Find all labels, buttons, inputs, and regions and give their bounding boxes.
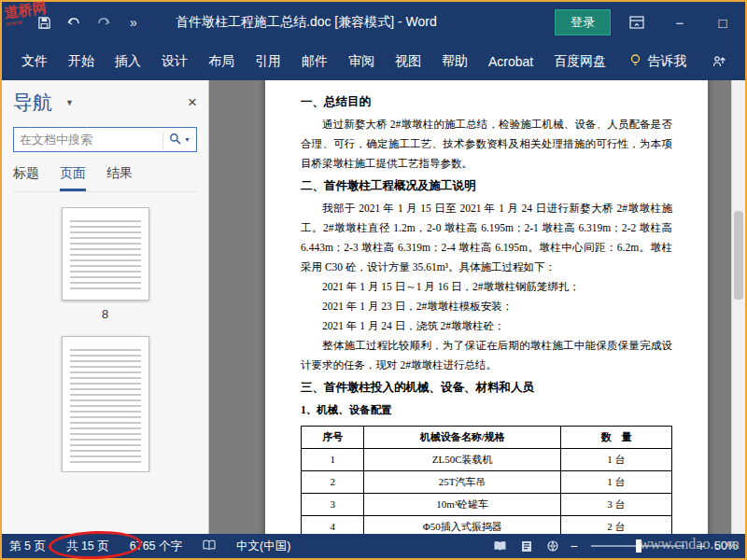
col-quantity: 数 量 [560, 427, 671, 449]
tab-home[interactable]: 开始 [58, 44, 105, 79]
nav-dropdown-icon[interactable]: ▼ [65, 98, 74, 107]
col-equipment: 机械设备名称/规格 [364, 427, 560, 449]
tell-me-label: 告诉我 [647, 53, 686, 70]
language-indicator[interactable]: 中文(中国) [236, 539, 290, 554]
tab-file[interactable]: 文件 [11, 44, 58, 79]
doc-paragraph: 我部于 2021 年 1 月 15 日至 2021 年 1 月 24 日进行新婺… [301, 199, 672, 277]
search-dropdown-icon[interactable]: ▼ [184, 136, 190, 143]
nav-close-icon[interactable]: × [188, 93, 197, 112]
zoom-slider-thumb[interactable] [636, 539, 641, 553]
tab-insert[interactable]: 插入 [105, 44, 151, 79]
nav-tab-pages[interactable]: 页面 [60, 165, 86, 191]
table-row: 310m³砼罐车3 台 [302, 494, 672, 516]
title-bar: 道桥网 www » 首件墩柱工程施工总结.doc [兼容模式] - Word 登… [2, 2, 745, 43]
navigation-title: 导航 [13, 90, 52, 116]
doc-paragraph: 通过新婺大桥 2#墩墩柱的施工总结，检验施工机械、设备、人员配备是否合理、可行，… [301, 115, 672, 174]
web-layout-icon[interactable] [544, 539, 561, 553]
tell-me-box[interactable]: 告诉我 [629, 53, 686, 70]
col-serial: 序号 [302, 427, 364, 449]
zoom-out-button[interactable]: − [571, 539, 578, 553]
search-icon[interactable] [169, 132, 181, 148]
search-input[interactable] [20, 133, 162, 147]
maximize-button[interactable]: □ [706, 8, 740, 36]
share-icon[interactable] [702, 48, 736, 76]
ribbon-display-options-icon[interactable] [620, 8, 654, 36]
nav-tab-results[interactable]: 结果 [106, 165, 133, 191]
total-pages-indicator: 共 15 页 [66, 539, 109, 554]
login-button[interactable]: 登录 [555, 9, 611, 35]
window-title: 首件墩柱工程施工总结.doc [兼容模式] - Word [176, 14, 437, 31]
word-count[interactable]: 6765 个字 [130, 539, 182, 554]
lightbulb-icon [629, 53, 641, 70]
document-search-box: ▼ [13, 127, 197, 152]
doc-heading-1: 一、总结目的 [301, 92, 672, 112]
tab-acrobat[interactable]: Acrobat [478, 45, 543, 78]
quick-access-toolbar: » [35, 14, 142, 31]
doc-paragraph: 2021 年 1 月 15 日～1 月 16 日，2#墩墩柱钢筋笼绑扎； [301, 277, 672, 297]
document-area: 一、总结目的 通过新婺大桥 2#墩墩柱的施工总结，检验施工机械、设备、人员配备是… [209, 80, 745, 534]
doc-subheading: 1、机械、设备配置 [301, 400, 672, 420]
tab-references[interactable]: 引用 [245, 44, 291, 79]
table-row: 225T汽车吊1 台 [302, 471, 672, 494]
equipment-table: 序号 机械设备名称/规格 数 量 1ZL50C装载机1 台 225T汽车吊1 台… [301, 426, 672, 534]
scrollbar-thumb[interactable] [734, 211, 743, 300]
doc-paragraph: 2021 年 1 月 24 日，浇筑 2#墩墩柱砼； [301, 316, 672, 336]
tab-view[interactable]: 视图 [385, 44, 431, 79]
tab-baidu-netdisk[interactable]: 百度网盘 [543, 44, 616, 79]
table-row: 4Φ50插入式振捣器2 台 [302, 516, 672, 535]
proofing-book-icon[interactable] [203, 539, 216, 553]
status-bar: 第 5 页 共 15 页 6765 个字 中文(中国) www.cndao.co… [2, 534, 745, 558]
vertical-scrollbar[interactable] [731, 80, 745, 534]
tab-review[interactable]: 审阅 [338, 44, 385, 79]
zoom-in-button[interactable]: + [698, 539, 705, 553]
doc-paragraph: 2021 年 1 月 23 日，2#墩墩柱模板安装； [301, 297, 672, 316]
thumbnail-page-9[interactable] [62, 336, 149, 472]
zoom-slider[interactable] [591, 545, 684, 547]
doc-paragraph: 整体施工过程比较顺利，为了保证在后期的墩柱施工中能保质保量完成设计要求的任务，现… [301, 336, 672, 375]
read-mode-icon[interactable] [492, 539, 509, 553]
page-thumbnails: 8 [13, 207, 197, 472]
undo-icon[interactable] [65, 14, 82, 31]
doc-heading-3: 三、首件墩柱投入的机械、设备、材料和人员 [301, 378, 672, 398]
print-layout-icon[interactable] [518, 539, 535, 553]
zoom-level[interactable]: 50% [714, 539, 738, 553]
word-window: 道桥网 www » 首件墩柱工程施工总结.doc [兼容模式] - Word 登… [0, 0, 747, 560]
doc-heading-2: 二、首件墩柱工程概况及施工说明 [301, 176, 672, 196]
navigation-pane: 导航 ▼ × ▼ 标题 页面 结果 8 [2, 80, 209, 534]
document-page[interactable]: 一、总结目的 通过新婺大桥 2#墩墩柱的施工总结，检验施工机械、设备、人员配备是… [265, 80, 708, 534]
ribbon-tab-row: 文件 开始 插入 设计 布局 引用 邮件 审阅 视图 帮助 Acrobat 百度… [2, 43, 745, 80]
minimize-button[interactable]: − [663, 8, 697, 36]
nav-tab-headings[interactable]: 标题 [13, 165, 39, 191]
page-indicator[interactable]: 第 5 页 [9, 539, 46, 554]
tab-layout[interactable]: 布局 [198, 44, 245, 79]
thumbnail-page-number: 8 [102, 307, 108, 321]
table-row: 1ZL50C装载机1 台 [302, 449, 672, 471]
tab-design[interactable]: 设计 [151, 44, 198, 79]
table-header-row: 序号 机械设备名称/规格 数 量 [302, 427, 672, 449]
tab-mailings[interactable]: 邮件 [291, 44, 338, 79]
thumbnail-page-8[interactable] [62, 207, 149, 301]
tab-help[interactable]: 帮助 [431, 44, 478, 79]
redo-icon[interactable] [95, 14, 112, 31]
qat-more-icon[interactable]: » [125, 14, 142, 31]
navigation-tabs: 标题 页面 结果 [13, 165, 197, 192]
